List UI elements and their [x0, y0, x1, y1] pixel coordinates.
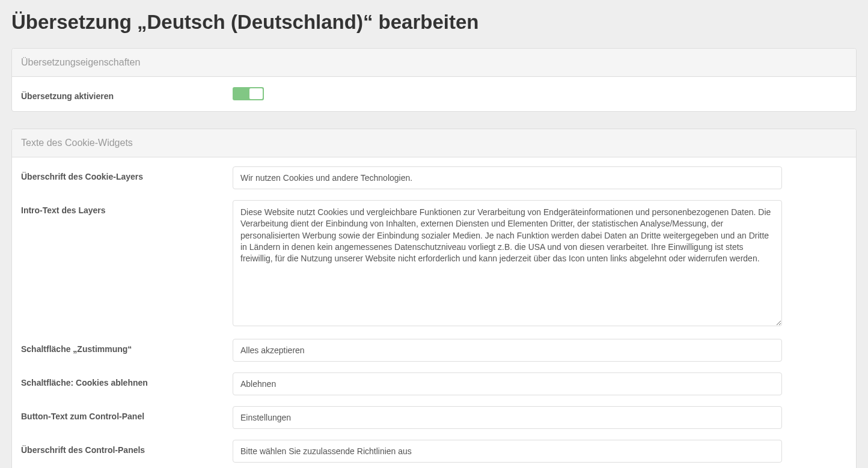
- input-control-panel-button[interactable]: [233, 406, 782, 429]
- input-decline-button[interactable]: [233, 372, 782, 395]
- input-control-panel-heading[interactable]: [233, 440, 782, 463]
- input-layer-heading[interactable]: [233, 166, 782, 189]
- label-decline-button: Schaltfläche: Cookies ablehnen: [21, 372, 233, 387]
- panel-header-properties: Übersetzungseigenschaften: [12, 49, 856, 77]
- toggle-knob: [249, 88, 263, 99]
- page-title: Übersetzung „Deutsch (Deutschland)“ bear…: [0, 0, 868, 48]
- toggle-activate-translation[interactable]: [233, 87, 264, 100]
- panel-body-properties: Übersetzung aktivieren: [12, 77, 856, 111]
- label-layer-heading: Überschrift des Cookie-Layers: [21, 166, 233, 181]
- row-control-panel-button: Button-Text zum Control-Panel: [21, 406, 847, 429]
- panel-translation-properties: Übersetzungseigenschaften Übersetzung ak…: [11, 48, 857, 112]
- label-control-panel-heading: Überschrift des Control-Panels: [21, 440, 233, 455]
- panel-body-texts: Überschrift des Cookie-Layers Intro-Text…: [12, 157, 856, 468]
- panel-header-texts: Texte des Cookie-Widgets: [12, 129, 856, 157]
- row-layer-heading: Überschrift des Cookie-Layers: [21, 166, 847, 189]
- row-consent-button: Schaltfläche „Zustimmung“: [21, 339, 847, 362]
- label-control-panel-button: Button-Text zum Control-Panel: [21, 406, 233, 421]
- field-activate-translation: [233, 86, 782, 102]
- row-activate-translation: Übersetzung aktivieren: [21, 86, 847, 102]
- textarea-intro-text[interactable]: [233, 200, 782, 326]
- label-consent-button: Schaltfläche „Zustimmung“: [21, 339, 233, 354]
- label-activate-translation: Übersetzung aktivieren: [21, 86, 233, 101]
- panel-cookie-widget-texts: Texte des Cookie-Widgets Überschrift des…: [11, 129, 857, 468]
- row-decline-button: Schaltfläche: Cookies ablehnen: [21, 372, 847, 395]
- label-intro-text: Intro-Text des Layers: [21, 200, 233, 215]
- input-consent-button[interactable]: [233, 339, 782, 362]
- row-intro-text: Intro-Text des Layers: [21, 200, 847, 328]
- row-control-panel-heading: Überschrift des Control-Panels: [21, 440, 847, 463]
